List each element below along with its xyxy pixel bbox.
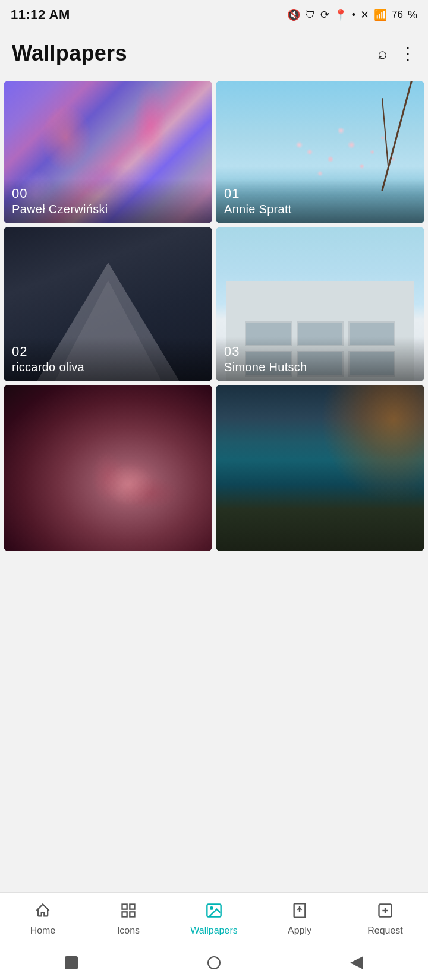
card-author-01: Annie Spratt: [224, 203, 416, 216]
svg-point-5: [210, 907, 213, 909]
svg-rect-0: [122, 905, 127, 909]
nav-item-wallpapers[interactable]: Wallpapers: [184, 902, 244, 936]
card-overlay-01: 01 Annie Spratt: [216, 179, 424, 223]
wallpaper-card-04[interactable]: [4, 385, 212, 551]
card-number-03: 03: [224, 344, 416, 359]
nav-label-wallpapers: Wallpapers: [190, 925, 237, 936]
nav-item-apply[interactable]: Apply: [270, 902, 329, 936]
apply-icon: [291, 902, 308, 923]
card-author-03: Simone Hutsch: [224, 361, 416, 374]
page-title: Wallpapers: [12, 41, 377, 66]
status-time: 11:12 AM: [11, 7, 70, 23]
card-number-02: 02: [12, 344, 204, 359]
sim-icon: ✕: [360, 8, 369, 21]
battery-level: 76: [392, 9, 403, 21]
card-number-00: 00: [12, 186, 204, 201]
dot-icon: •: [352, 9, 355, 21]
card-number-01: 01: [224, 186, 416, 201]
status-bar: 11:12 AM 🔇 🛡 ⟳ 📍 • ✕ 📶 76 %: [0, 0, 428, 30]
nav-item-request[interactable]: Request: [355, 902, 415, 936]
home-icon: [34, 902, 51, 923]
request-icon: [377, 902, 394, 923]
wallpaper-card-05[interactable]: [216, 385, 424, 551]
svg-rect-3: [130, 912, 134, 916]
card-overlay-00: 00 Paweł Czerwiński: [4, 179, 212, 223]
wallpaper-card-03[interactable]: 03 Simone Hutsch: [216, 227, 424, 381]
home-button[interactable]: [207, 956, 221, 969]
wallpaper-image-04: [4, 385, 212, 551]
nav-item-home[interactable]: Home: [13, 902, 73, 936]
shield-icon: 🛡: [305, 9, 316, 21]
mute-icon: 🔇: [287, 8, 300, 21]
circle-icon: [207, 956, 221, 969]
cherry-branch-decoration: [381, 81, 413, 191]
app-bar-actions: ⌕ ⋮: [377, 43, 416, 63]
nav-item-icons[interactable]: Icons: [99, 902, 158, 936]
square-icon: [65, 956, 78, 969]
location-icon: 📍: [334, 8, 347, 21]
app-bar: Wallpapers ⌕ ⋮: [0, 30, 428, 77]
sync-icon: ⟳: [320, 8, 329, 21]
wallpaper-grid: 00 Paweł Czerwiński 01 Annie Spratt 02 r…: [0, 77, 428, 555]
bottom-nav: Home Icons Wallpapers: [0, 892, 428, 946]
back-button[interactable]: [350, 956, 363, 969]
battery-icon: %: [408, 9, 417, 21]
more-options-icon[interactable]: ⋮: [399, 43, 416, 63]
nav-label-icons: Icons: [117, 925, 140, 936]
nav-label-home: Home: [30, 925, 56, 936]
nav-label-apply: Apply: [288, 925, 311, 936]
wallpaper-image-05: [216, 385, 424, 551]
card-overlay-02: 02 riccardo oliva: [4, 337, 212, 381]
search-icon[interactable]: ⌕: [377, 44, 388, 63]
status-icons: 🔇 🛡 ⟳ 📍 • ✕ 📶 76 %: [287, 8, 417, 21]
svg-rect-1: [130, 905, 134, 909]
svg-rect-2: [122, 912, 127, 916]
recent-apps-button[interactable]: [65, 956, 78, 969]
icons-grid-icon: [120, 902, 137, 923]
wallpaper-card-00[interactable]: 00 Paweł Czerwiński: [4, 81, 212, 223]
card-overlay-03: 03 Simone Hutsch: [216, 337, 424, 381]
wallpaper-card-02[interactable]: 02 riccardo oliva: [4, 227, 212, 381]
card-author-02: riccardo oliva: [12, 361, 204, 374]
card-author-00: Paweł Czerwiński: [12, 203, 204, 216]
back-triangle-icon: [350, 956, 363, 969]
system-nav: [0, 946, 428, 980]
nav-label-request: Request: [367, 925, 403, 936]
wallpaper-card-01[interactable]: 01 Annie Spratt: [216, 81, 424, 223]
wifi-icon: 📶: [374, 8, 387, 21]
wallpapers-icon: [206, 902, 222, 923]
